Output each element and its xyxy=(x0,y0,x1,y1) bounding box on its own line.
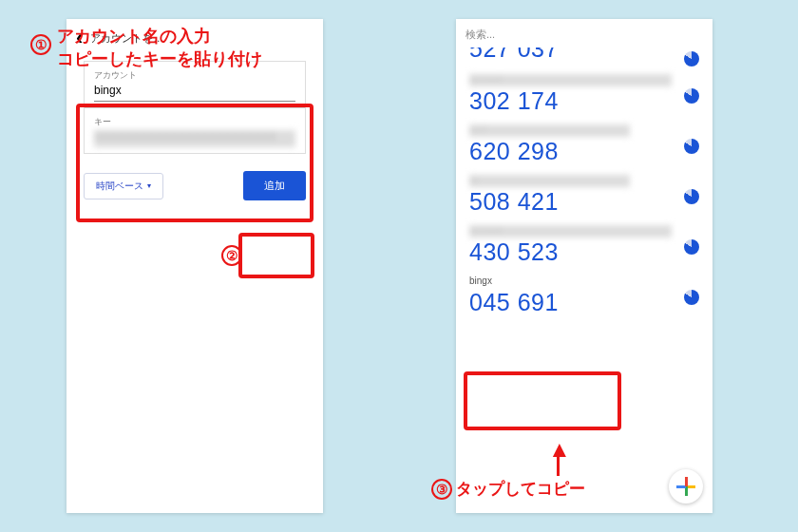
fab-add-account[interactable] xyxy=(669,469,703,504)
countdown-pie-icon xyxy=(684,189,699,204)
chevron-down-icon: ▾ xyxy=(147,181,151,190)
account-field-block[interactable]: アカウント bingx xyxy=(85,62,305,107)
auth-item[interactable]: 527 037 xyxy=(456,48,712,70)
callout-1-number: ① xyxy=(30,34,51,55)
auth-item-account: acct xyxy=(469,124,630,137)
auth-item[interactable]: account430 523 xyxy=(456,221,712,272)
plus-icon xyxy=(685,477,688,486)
auth-item-code[interactable]: 527 037 xyxy=(469,48,699,63)
header-title: アカウントを… xyxy=(90,31,163,46)
key-field-block[interactable]: キー XXXXXXXXXXXXXXXXXXXXXXXX xyxy=(85,107,305,153)
auth-item-account: account xyxy=(469,225,672,238)
phone-authenticator: 検索... 527 037account302 174acct620 298ac… xyxy=(456,19,712,513)
account-field-value[interactable]: bingx xyxy=(94,84,295,102)
countdown-pie-icon xyxy=(684,139,699,154)
auth-item-code[interactable]: 302 174 xyxy=(469,86,699,115)
back-icon[interactable]: ‹ xyxy=(72,26,86,50)
countdown-pie-icon xyxy=(684,239,699,255)
form-card: アカウント bingx キー XXXXXXXXXXXXXXXXXXXXXXXX xyxy=(84,61,306,154)
countdown-pie-icon xyxy=(684,51,699,66)
countdown-pie-icon xyxy=(684,290,699,305)
auth-item-code[interactable]: 045 691 xyxy=(469,288,699,316)
phone-add-account: ‹ アカウントを… アカウント bingx キー XXXXXXXXXXXXXXX… xyxy=(66,19,323,513)
time-base-dropdown[interactable]: 時間ベース ▾ xyxy=(84,173,163,200)
callout-3-number: ③ xyxy=(431,479,452,500)
account-field-label: アカウント xyxy=(94,69,295,82)
search-input[interactable]: 検索... xyxy=(466,28,495,40)
form-header: ‹ アカウントを… xyxy=(66,19,323,57)
auth-item-code[interactable]: 430 523 xyxy=(469,238,699,266)
auth-item-account: bingx xyxy=(469,276,699,288)
auth-item-code[interactable]: 620 298 xyxy=(469,137,699,165)
countdown-pie-icon xyxy=(684,88,699,104)
auth-code-list: 527 037account302 174acct620 298ac508 42… xyxy=(456,48,712,322)
search-bar[interactable]: 検索... xyxy=(456,19,712,48)
key-field-label: キー xyxy=(94,116,295,128)
auth-item-account: account xyxy=(469,74,672,86)
auth-item-account: ac xyxy=(469,175,630,187)
auth-item[interactable]: account302 174 xyxy=(456,70,712,121)
time-base-label: 時間ベース xyxy=(96,180,143,193)
button-row: 時間ベース ▾ 追加 xyxy=(84,171,306,200)
add-button[interactable]: 追加 xyxy=(243,171,306,200)
auth-item-code[interactable]: 508 421 xyxy=(469,187,699,216)
key-field-value[interactable]: XXXXXXXXXXXXXXXXXXXXXXXX xyxy=(94,130,295,147)
auth-item[interactable]: acct620 298 xyxy=(456,121,712,171)
auth-item[interactable]: bingx045 691 xyxy=(456,272,712,322)
auth-item[interactable]: ac508 421 xyxy=(456,171,712,221)
